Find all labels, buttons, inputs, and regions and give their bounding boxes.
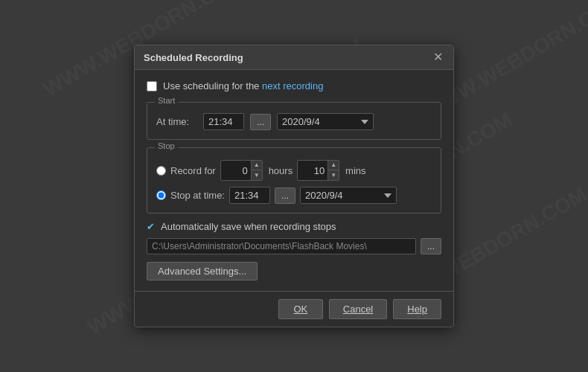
auto-save-label: Automatically save when recording stops — [161, 221, 336, 232]
stop-section: Stop Record for ▲ ▼ hours ▲ ▼ — [147, 147, 441, 214]
mins-spinner: ▲ ▼ — [297, 160, 339, 181]
ok-underline: O — [293, 304, 301, 315]
cancel-button[interactable]: Cancel — [329, 299, 387, 319]
start-section-label: Start — [155, 96, 178, 105]
auto-save-checkmark-icon: ✔ — [147, 221, 155, 232]
advanced-settings-button[interactable]: Advanced Settings... — [147, 262, 258, 280]
start-time-row: At time: ... 2020/9/4 — [156, 113, 432, 130]
start-browse-button[interactable]: ... — [250, 114, 271, 130]
start-date-select[interactable]: 2020/9/4 — [277, 113, 374, 130]
record-for-row: Record for ▲ ▼ hours ▲ ▼ mins — [156, 160, 432, 181]
stop-section-label: Stop — [155, 141, 178, 150]
mins-label: mins — [345, 165, 365, 176]
mins-spin-up[interactable]: ▲ — [328, 161, 339, 170]
at-time-label: At time: — [156, 116, 197, 127]
path-browse-button[interactable]: ... — [421, 238, 441, 254]
stop-at-time-radio[interactable] — [156, 190, 166, 200]
hours-spin-up[interactable]: ▲ — [252, 161, 262, 170]
help-underline: H — [407, 304, 414, 315]
record-for-radio[interactable] — [156, 166, 166, 176]
stop-date-select[interactable]: 2020/9/4 — [300, 187, 397, 204]
save-path-display: C:\Users\Administrator\Documents\FlashBa… — [147, 238, 416, 254]
stop-time-input[interactable] — [229, 187, 270, 204]
mins-spinner-btns: ▲ ▼ — [327, 161, 339, 180]
hours-label: hours — [269, 165, 293, 176]
stop-browse-button[interactable]: ... — [275, 187, 295, 204]
stop-at-time-row: Stop at time: ... 2020/9/4 — [156, 187, 432, 204]
hours-spinner-btns: ▲ ▼ — [251, 161, 262, 180]
use-scheduling-checkbox[interactable] — [147, 81, 157, 92]
mins-input[interactable] — [298, 163, 327, 179]
use-scheduling-row: Use scheduling for the next recording — [147, 80, 441, 92]
dialog-body: Use scheduling for the next recording St… — [135, 70, 453, 291]
stop-at-time-label: Stop at time: — [170, 190, 225, 201]
hours-input[interactable] — [221, 163, 251, 179]
dialog-footer: OK Cancel Help — [135, 291, 453, 327]
ok-button[interactable]: OK — [278, 299, 323, 319]
path-row: C:\Users\Administrator\Documents\FlashBa… — [147, 238, 441, 254]
start-time-input[interactable] — [203, 113, 244, 130]
mins-spin-down[interactable]: ▼ — [328, 170, 339, 180]
cancel-underline: C — [343, 304, 350, 315]
help-button[interactable]: Help — [393, 299, 441, 319]
close-button[interactable]: ✕ — [432, 51, 444, 63]
scheduled-recording-dialog: Scheduled Recording ✕ Use scheduling for… — [134, 45, 454, 327]
use-scheduling-label: Use scheduling for the next recording — [163, 80, 323, 92]
record-for-label: Record for — [170, 165, 216, 176]
hours-spinner: ▲ ▼ — [220, 160, 263, 181]
auto-save-row: ✔ Automatically save when recording stop… — [147, 221, 441, 232]
dialog-titlebar: Scheduled Recording ✕ — [135, 45, 453, 70]
start-section: Start At time: ... 2020/9/4 — [147, 102, 441, 140]
dialog-title: Scheduled Recording — [144, 52, 243, 63]
hours-spin-down[interactable]: ▼ — [252, 170, 262, 180]
